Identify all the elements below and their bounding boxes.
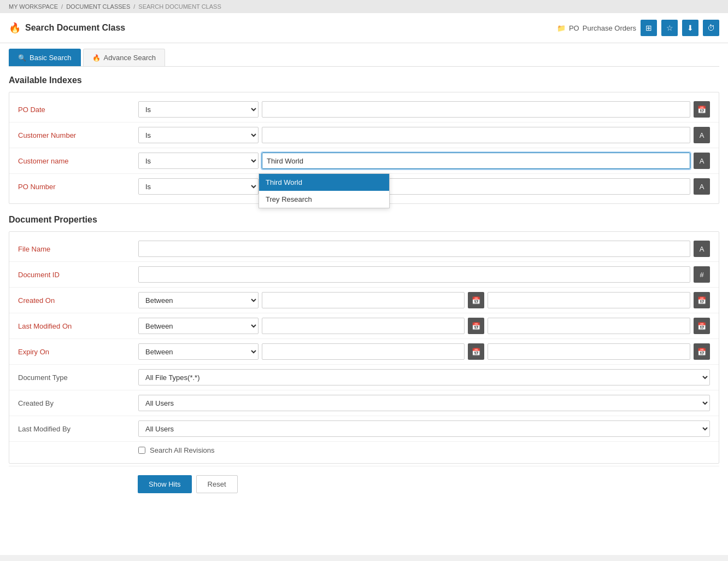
search-icon: 🔍: [18, 54, 26, 62]
expiry-on-value1[interactable]: [262, 343, 465, 360]
available-indexes-section: PO Date Is Is Not Between Greater Than L…: [9, 92, 719, 204]
po-number-operator[interactable]: Is Is Not Contains: [138, 178, 259, 195]
last-modified-by-row: Last Modified By All Users Admin User1: [9, 416, 719, 442]
expiry-on-row: Expiry On Between Is Before After 📅 📅: [9, 339, 719, 365]
last-modified-on-label: Last Modified On: [18, 322, 138, 330]
last-modified-on-calendar2-btn[interactable]: 📅: [694, 318, 710, 334]
folder-label: PO: [569, 24, 579, 32]
created-on-row: Created On Between Is Before After 📅 📅: [9, 288, 719, 313]
last-modified-on-controls: Between Is Before After 📅 📅: [138, 318, 710, 334]
customer-name-value[interactable]: [262, 153, 690, 169]
show-hits-button[interactable]: Show Hits: [138, 475, 192, 493]
page-header: 🔥 Search Document Class 📁 PO Purchase Or…: [0, 13, 728, 43]
document-type-row: Document Type All File Types(*.*) PDF Wo…: [9, 365, 719, 390]
header-right: 📁 PO Purchase Orders ⊞ ☆ ⬇ ⏱: [557, 20, 719, 36]
created-on-label: Created On: [18, 296, 138, 305]
created-on-controls: Between Is Before After 📅 📅: [138, 292, 710, 308]
document-id-controls: #: [138, 266, 710, 283]
dashboard-button[interactable]: ⏱: [703, 20, 719, 36]
available-indexes-title: Available Indexes: [9, 67, 719, 92]
file-name-controls: A: [138, 241, 710, 257]
po-number-text-btn[interactable]: A: [694, 178, 710, 195]
customer-name-operator[interactable]: Is Is Not Contains: [138, 153, 259, 169]
expiry-on-calendar1-btn[interactable]: 📅: [468, 343, 484, 360]
tab-advance-search[interactable]: 🔥 Advance Search: [83, 49, 165, 66]
created-by-select[interactable]: All Users Admin User1: [138, 395, 710, 411]
expiry-on-label: Expiry On: [18, 348, 138, 356]
customer-name-controls: Is Is Not Contains A: [138, 153, 710, 169]
customer-name-text-btn[interactable]: A: [694, 153, 710, 169]
po-number-controls: Is Is Not Contains A: [138, 178, 710, 195]
footer-buttons: Show Hits Reset: [9, 466, 719, 502]
po-number-label: PO Number: [18, 183, 138, 191]
breadcrumb-document-classes[interactable]: DOCUMENT CLASSES: [66, 3, 130, 10]
po-date-calendar-btn[interactable]: 📅: [694, 101, 710, 118]
dropdown-item-third-world[interactable]: Third World: [259, 174, 389, 191]
document-id-value[interactable]: [138, 266, 690, 283]
folder-icon: 📁: [557, 24, 566, 32]
document-id-row: Document ID #: [9, 262, 719, 288]
expiry-on-controls: Between Is Before After 📅 📅: [138, 343, 710, 360]
created-on-operator[interactable]: Between Is Before After: [138, 292, 259, 308]
download-button[interactable]: ⬇: [682, 20, 698, 36]
expiry-on-calendar2-btn[interactable]: 📅: [694, 343, 710, 360]
customer-number-value[interactable]: [262, 127, 690, 143]
document-properties-section: File Name A Document ID # Created On Bet…: [9, 231, 719, 464]
created-by-label: Created By: [18, 399, 138, 407]
po-date-controls: Is Is Not Between Greater Than Less Than…: [138, 101, 710, 118]
page-title: 🔥 Search Document Class: [9, 22, 125, 34]
last-modified-by-controls: All Users Admin User1: [138, 420, 710, 437]
tab-basic-search[interactable]: 🔍 Basic Search: [9, 49, 81, 66]
breadcrumb: MY WORKSPACE / DOCUMENT CLASSES / SEARCH…: [0, 0, 728, 13]
tab-basic-label: Basic Search: [30, 54, 72, 62]
created-on-value2[interactable]: [488, 292, 690, 308]
last-modified-on-value1[interactable]: [262, 318, 465, 334]
search-all-revisions-label: Search All Revisions: [150, 446, 215, 454]
file-name-label: File Name: [18, 245, 138, 253]
expiry-on-operator[interactable]: Between Is Before After: [138, 343, 259, 360]
search-all-revisions-row: Search All Revisions: [9, 442, 719, 459]
search-tabs: 🔍 Basic Search 🔥 Advance Search: [9, 43, 719, 67]
folder-info: 📁 PO Purchase Orders: [557, 24, 636, 32]
last-modified-by-label: Last Modified By: [18, 425, 138, 433]
document-properties-title: Document Properties: [9, 206, 719, 231]
customer-number-text-btn[interactable]: A: [694, 127, 710, 143]
customer-number-operator[interactable]: Is Is Not Contains: [138, 127, 259, 143]
file-name-text-btn[interactable]: A: [694, 241, 710, 257]
created-by-row: Created By All Users Admin User1: [9, 390, 719, 416]
customer-name-row: Customer name Is Is Not Contains A Third…: [9, 148, 719, 174]
po-date-label: PO Date: [18, 106, 138, 114]
grid-view-button[interactable]: ⊞: [641, 20, 657, 36]
advance-flame-icon: 🔥: [92, 54, 101, 62]
document-type-select[interactable]: All File Types(*.*) PDF Word Excel: [138, 369, 710, 385]
created-on-value1[interactable]: [262, 292, 465, 308]
last-modified-on-calendar1-btn[interactable]: 📅: [468, 318, 484, 334]
last-modified-on-value2[interactable]: [488, 318, 690, 334]
created-on-calendar1-btn[interactable]: 📅: [468, 292, 484, 308]
customer-number-row: Customer Number Is Is Not Contains A: [9, 122, 719, 148]
customer-name-label: Customer name: [18, 157, 138, 165]
document-type-label: Document Type: [18, 373, 138, 382]
last-modified-on-operator[interactable]: Between Is Before After: [138, 318, 259, 334]
po-date-value[interactable]: [262, 101, 690, 118]
created-by-controls: All Users Admin User1: [138, 395, 710, 411]
po-date-row: PO Date Is Is Not Between Greater Than L…: [9, 97, 719, 122]
document-id-label: Document ID: [18, 271, 138, 279]
content-wrapper: 🔍 Basic Search 🔥 Advance Search Availabl…: [0, 43, 728, 555]
breadcrumb-current: SEARCH DOCUMENT CLASS: [138, 3, 221, 10]
created-on-calendar2-btn[interactable]: 📅: [694, 292, 710, 308]
page-title-text: Search Document Class: [25, 23, 125, 33]
breadcrumb-my-workspace[interactable]: MY WORKSPACE: [9, 3, 58, 10]
reset-button[interactable]: Reset: [196, 475, 238, 493]
bookmark-button[interactable]: ☆: [661, 20, 678, 36]
po-date-operator[interactable]: Is Is Not Between Greater Than Less Than: [138, 101, 259, 118]
file-name-value[interactable]: [138, 241, 690, 257]
customer-number-label: Customer Number: [18, 131, 138, 139]
expiry-on-value2[interactable]: [488, 343, 690, 360]
document-id-hash-btn[interactable]: #: [694, 266, 710, 283]
search-all-revisions-checkbox[interactable]: [138, 447, 145, 454]
last-modified-by-select[interactable]: All Users Admin User1: [138, 420, 710, 437]
folder-name: Purchase Orders: [583, 24, 636, 32]
dropdown-item-trey-research[interactable]: Trey Research: [259, 191, 389, 208]
flame-icon: 🔥: [9, 22, 21, 34]
